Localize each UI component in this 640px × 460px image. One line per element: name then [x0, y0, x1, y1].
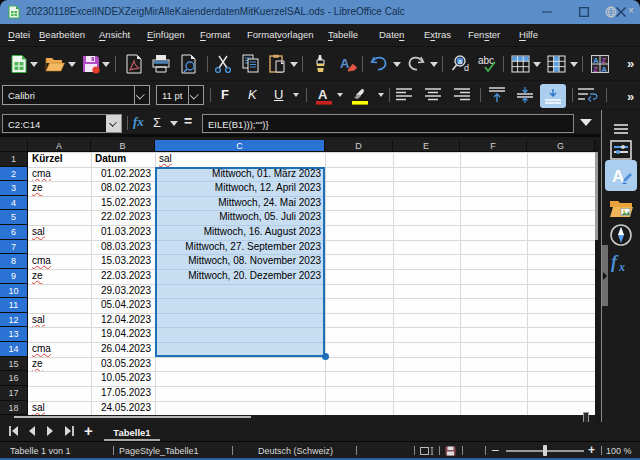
- cell-b18[interactable]: 24.05.2023: [91, 401, 155, 416]
- bold-button[interactable]: F: [221, 87, 229, 102]
- menu-tabelle[interactable]: Tabelle: [328, 29, 358, 40]
- menu-ansicht[interactable]: Ansicht: [99, 29, 130, 40]
- row-header-11[interactable]: 11: [0, 298, 28, 313]
- row-header-6[interactable]: 6: [0, 225, 28, 240]
- new-document-button[interactable]: [9, 54, 29, 74]
- functions-icon[interactable]: f x: [607, 248, 635, 276]
- zoom-slider-thumb[interactable]: [543, 445, 547, 456]
- column-header-f[interactable]: F: [460, 140, 527, 152]
- cell-b17[interactable]: 17.05.2023: [91, 386, 155, 401]
- font-color-dropdown[interactable]: [337, 93, 343, 97]
- sheet-number-status[interactable]: Tabelle 1 von 1: [10, 446, 71, 456]
- cell-b1[interactable]: Datum: [91, 152, 155, 167]
- column-header-g[interactable]: G: [527, 140, 595, 152]
- menu-daten[interactable]: Daten: [379, 29, 404, 40]
- align-left-button[interactable]: [396, 88, 413, 102]
- menu-formatvorlagen[interactable]: Formatvorlagen: [247, 29, 314, 40]
- function-wizard-button[interactable]: fx: [133, 114, 144, 130]
- cell-a1[interactable]: Kürzel: [28, 152, 91, 167]
- cell-a8[interactable]: cma: [28, 254, 91, 269]
- cell-a9[interactable]: ze: [28, 269, 91, 284]
- highlight-color-button[interactable]: [350, 86, 370, 105]
- cell-b13[interactable]: 19.04.2023: [91, 327, 155, 342]
- formula-input[interactable]: EILE(B1)));"")}: [202, 114, 574, 133]
- font-name-combobox[interactable]: Calibri: [2, 85, 150, 105]
- highlight-color-dropdown[interactable]: [378, 93, 384, 97]
- name-box-dropdown[interactable]: [106, 115, 121, 132]
- cell-a3[interactable]: ze: [28, 181, 91, 196]
- cell-b6[interactable]: 01.03.2023: [91, 225, 155, 240]
- globe-icon[interactable]: [605, 6, 617, 18]
- cell-c9[interactable]: Mittwoch, 20. Dezember 2023: [155, 269, 325, 284]
- row-header-10[interactable]: 10: [0, 284, 28, 299]
- selection-mode-icon[interactable]: [420, 447, 434, 455]
- cell-b11[interactable]: 05.04.2023: [91, 298, 155, 313]
- sum-button[interactable]: Σ: [153, 115, 161, 130]
- menu-einfgen[interactable]: Einfügen: [147, 29, 185, 40]
- cell-b12[interactable]: 12.04.2023: [91, 313, 155, 328]
- align-top-button[interactable]: [488, 87, 506, 103]
- row-header-3[interactable]: 3: [0, 181, 28, 196]
- cell-b3[interactable]: 08.02.2023: [91, 181, 155, 196]
- cell-a15[interactable]: ze: [28, 357, 91, 372]
- align-right-button[interactable]: [454, 88, 471, 102]
- clone-formatting-button[interactable]: [311, 54, 329, 74]
- styles-icon[interactable]: A: [607, 163, 635, 189]
- previous-sheet-button[interactable]: [27, 425, 36, 437]
- cell-a12[interactable]: sal: [28, 313, 91, 328]
- font-color-button[interactable]: A: [315, 86, 333, 105]
- menu-bearbeiten[interactable]: Bearbeiten: [39, 29, 85, 40]
- add-sheet-button[interactable]: +: [84, 422, 93, 439]
- new-dropdown[interactable]: [30, 62, 38, 67]
- cell-b2[interactable]: 01.02.2023: [91, 167, 155, 182]
- cell-c7[interactable]: Mittwoch, 27. September 2023: [155, 240, 325, 255]
- insert-row-button[interactable]: [511, 55, 530, 73]
- navigator-icon[interactable]: [607, 222, 635, 248]
- row-header-8[interactable]: 8: [0, 254, 28, 269]
- zoom-out-button[interactable]: –: [492, 443, 499, 457]
- first-sheet-button[interactable]: [8, 425, 19, 437]
- row-header-2[interactable]: 2: [0, 167, 28, 182]
- underline-button[interactable]: U: [274, 87, 283, 102]
- menu-datei[interactable]: Datei: [8, 29, 30, 40]
- clear-formatting-button[interactable]: A: [338, 54, 358, 74]
- insert-column-button[interactable]: [547, 55, 566, 73]
- insert-column-dropdown[interactable]: [570, 62, 578, 67]
- cell-a6[interactable]: sal: [28, 225, 91, 240]
- equals-button[interactable]: =: [184, 113, 192, 129]
- row-header-1[interactable]: 1: [0, 152, 28, 167]
- select-all-corner[interactable]: [0, 140, 28, 152]
- row-header-5[interactable]: 5: [0, 210, 28, 225]
- cut-button[interactable]: [214, 54, 232, 74]
- font-name-dropdown[interactable]: [134, 86, 149, 104]
- cell-b5[interactable]: 22.02.2023: [91, 210, 155, 225]
- menu-fenster[interactable]: Fenster: [468, 29, 500, 40]
- italic-button[interactable]: K: [248, 87, 257, 102]
- last-sheet-button[interactable]: [64, 425, 75, 437]
- font-size-combobox[interactable]: 11 pt: [156, 85, 204, 105]
- minimize-button[interactable]: [530, 0, 566, 24]
- sort-button[interactable]: A Z Z A: [590, 54, 610, 74]
- find-replace-button[interactable]: a d: [451, 54, 472, 74]
- redo-button[interactable]: [405, 55, 425, 73]
- cell-c5[interactable]: Mittwoch, 05. Juli 2023: [155, 210, 325, 225]
- row-header-7[interactable]: 7: [0, 240, 28, 255]
- cell-b7[interactable]: 08.03.2023: [91, 240, 155, 255]
- language-status[interactable]: Deutsch (Schweiz): [258, 446, 333, 456]
- redo-dropdown[interactable]: [430, 62, 438, 67]
- paste-dropdown[interactable]: [290, 62, 298, 67]
- cell-b9[interactable]: 22.03.2023: [91, 269, 155, 284]
- cell-b14[interactable]: 26.04.2023: [91, 342, 155, 357]
- document-modified-icon[interactable]: [445, 446, 456, 456]
- cell-c3[interactable]: Mittwoch, 12. April 2023: [155, 181, 325, 196]
- print-preview-button[interactable]: [180, 54, 198, 74]
- row-header-14[interactable]: 14: [0, 342, 28, 357]
- column-header-d[interactable]: D: [325, 140, 393, 152]
- align-bottom-button[interactable]: [544, 88, 562, 104]
- row-header-13[interactable]: 13: [0, 327, 28, 342]
- zoom-percent-status[interactable]: 100 %: [606, 446, 632, 456]
- save-button[interactable]: [81, 54, 101, 74]
- cell-b15[interactable]: 03.05.2023: [91, 357, 155, 372]
- column-header-c[interactable]: C: [155, 140, 325, 152]
- sum-dropdown[interactable]: [170, 121, 178, 126]
